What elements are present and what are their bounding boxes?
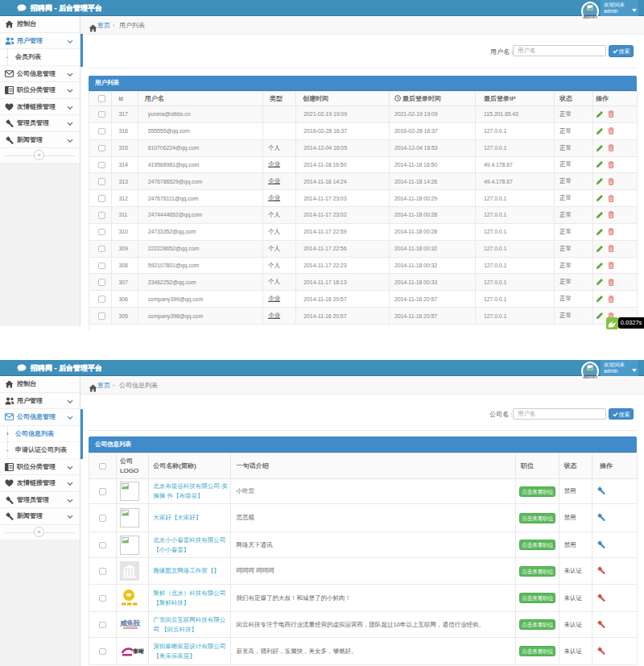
svg-text:泰晰: 泰晰 (132, 648, 144, 655)
